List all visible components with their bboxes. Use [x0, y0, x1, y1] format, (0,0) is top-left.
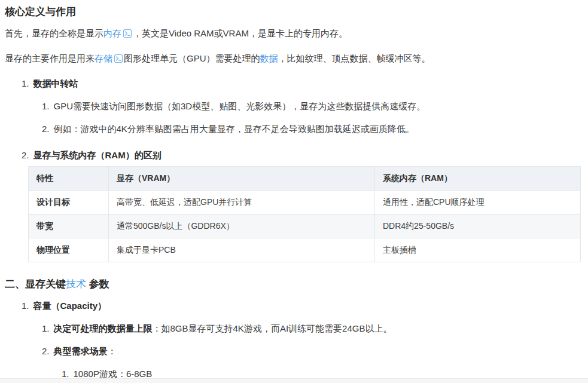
link-memory[interactable]: 内存 — [103, 28, 121, 38]
paragraph-purpose: 显存的主要作用是用来存储图形处理单元（GPU）需要处理的数据，比如纹理、顶点数据… — [5, 52, 581, 65]
text-run: 图形处理单元（GPU）需要处理的 — [124, 53, 260, 63]
list-marker: 1. — [22, 78, 29, 88]
list-item-text: 1080P游戏：6-8GB — [74, 369, 153, 379]
table-row: 物理位置 集成于显卡PCB 主板插槽 — [29, 238, 581, 262]
heading-text: 二、显存关键 — [5, 278, 66, 290]
list-marker: 2. — [42, 124, 50, 134]
table-row: 设计目标 高带宽、低延迟，适配GPU并行计算 通用性，适配CPU顺序处理 — [29, 191, 581, 215]
list-item: 1.GPU需要快速访问图形数据（如3D模型、贴图、光影效果），显存为这些数据提供… — [5, 100, 581, 112]
table-cell: 物理位置 — [29, 238, 109, 262]
list-item-vram-vs-ram: 2.显存与系统内存（RAM）的区别 — [5, 149, 581, 161]
citation-icon[interactable] — [123, 28, 132, 36]
table-cell: 通常500GB/s以上（GDDR6X） — [109, 215, 375, 238]
page-bottom-edge — [0, 378, 588, 383]
list-marker: 2. — [42, 346, 50, 356]
text-run: 显存的主要作用是用来 — [5, 53, 95, 63]
list-item-bold-lead: 决定可处理的数据量上限 — [54, 323, 153, 333]
table-cell: 带宽 — [29, 215, 109, 238]
list-marker: 2. — [22, 150, 29, 160]
section1-heading: 核心定义与作用 — [5, 5, 581, 19]
list-item-bold-lead: 典型需求场景 — [54, 346, 108, 356]
article-body: 核心定义与作用 首先，显存的全称是显示内存，英文是Video RAM或VRAM，… — [0, 0, 588, 383]
text-run: 首先，显存的全称是显示 — [5, 28, 103, 38]
list-item: 2.例如：游戏中的4K分辨率贴图需占用大量显存，显存不足会导致贴图加载延迟或画质… — [5, 122, 581, 135]
list-marker: 1. — [42, 101, 50, 111]
text-run: ，比如纹理、顶点数据、帧缓冲区等。 — [278, 53, 431, 63]
heading-text: 参数 — [86, 278, 109, 290]
list-item-data-relay: 1.数据中转站 — [5, 77, 581, 90]
table-cell: 高带宽、低延迟，适配GPU并行计算 — [109, 191, 375, 215]
section2-heading: 二、显存关键技术 参数 — [5, 278, 581, 291]
list-item-title: 显存与系统内存（RAM）的区别 — [33, 150, 162, 160]
citation-icon[interactable] — [114, 53, 123, 62]
list-item-capacity: 1.容量（Capacity） — [5, 299, 581, 312]
table-row: 带宽 通常500GB/s以上（GDDR6X） DDR4约25-50GB/s — [29, 215, 581, 238]
table-header-cell: 系统内存（RAM） — [375, 167, 581, 191]
table-cell: 主板插槽 — [375, 238, 581, 262]
list-item-title: 容量（Capacity） — [33, 301, 107, 311]
vram-ram-comparison-table: 特性 显存（VRAM） 系统内存（RAM） 设计目标 高带宽、低延迟，适配GPU… — [28, 166, 581, 262]
link-data[interactable]: 数据 — [260, 53, 278, 63]
list-item-text: ： — [108, 346, 117, 356]
list-item-text: GPU需要快速访问图形数据（如3D模型、贴图、光影效果），显存为这些数据提供高速… — [54, 101, 426, 111]
paragraph-definition: 首先，显存的全称是显示内存，英文是Video RAM或VRAM，是显卡上的专用内… — [5, 27, 581, 39]
table-cell: 集成于显卡PCB — [109, 238, 375, 262]
list-marker: 1. — [62, 369, 69, 379]
table-cell: 通用性，适配CPU顺序处理 — [375, 191, 581, 215]
table-header-cell: 特性 — [29, 167, 109, 191]
link-technology[interactable]: 技术 — [66, 278, 86, 290]
list-item: 2.典型需求场景： — [5, 345, 581, 357]
text-run: ，英文是Video RAM或VRAM，是显卡上的专用内存。 — [133, 28, 348, 38]
link-storage[interactable]: 存储 — [95, 53, 112, 63]
table-header-row: 特性 显存（VRAM） 系统内存（RAM） — [29, 167, 581, 191]
list-item-text: 例如：游戏中的4K分辨率贴图需占用大量显存，显存不足会导致贴图加载延迟或画质降低… — [54, 124, 415, 134]
list-marker: 1. — [42, 323, 50, 333]
table-cell: DDR4约25-50GB/s — [375, 215, 581, 238]
list-marker: 1. — [22, 301, 29, 311]
list-item-text: ：如8GB显存可支持4K游戏，而AI训练可能需要24GB以上。 — [153, 323, 392, 333]
table-cell: 设计目标 — [29, 191, 109, 215]
list-item: 1.决定可处理的数据量上限：如8GB显存可支持4K游戏，而AI训练可能需要24G… — [5, 322, 581, 335]
table-header-cell: 显存（VRAM） — [109, 167, 375, 191]
list-item-title: 数据中转站 — [33, 78, 78, 88]
